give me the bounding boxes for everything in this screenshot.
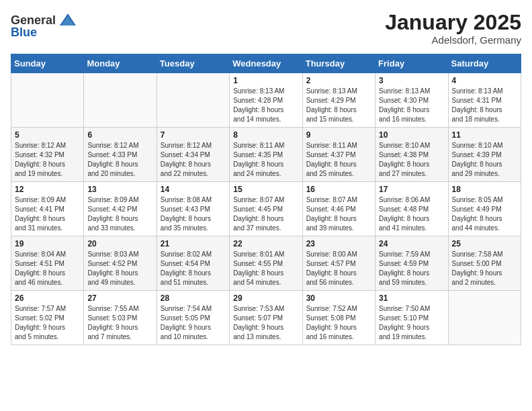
calendar-cell: 1Sunrise: 8:13 AMSunset: 4:28 PMDaylight… [230, 73, 302, 128]
cell-line: and 22 minutes. [161, 170, 208, 177]
cell-line: Sunset: 4:37 PM [306, 151, 356, 158]
cell-line: Daylight: 8 hours [452, 106, 502, 113]
cell-content: Sunrise: 7:54 AMSunset: 5:05 PMDaylight:… [161, 304, 226, 342]
calendar-cell [448, 291, 521, 345]
cell-content: Sunrise: 8:07 AMSunset: 4:46 PMDaylight:… [306, 195, 371, 233]
calendar-cell: 9Sunrise: 8:11 AMSunset: 4:37 PMDaylight… [302, 128, 375, 182]
cell-line: and 25 minutes. [306, 170, 354, 177]
calendar-cell: 23Sunrise: 8:00 AMSunset: 4:57 PMDayligh… [302, 236, 375, 291]
cell-line: and 33 minutes. [87, 224, 135, 232]
calendar-cell: 18Sunrise: 8:05 AMSunset: 4:49 PMDayligh… [448, 182, 521, 236]
logo: General Blue [11, 11, 77, 40]
cell-content: Sunrise: 8:04 AMSunset: 4:51 PMDaylight:… [15, 250, 80, 287]
cell-line: and 20 minutes. [87, 170, 135, 177]
cell-line: Sunrise: 8:02 AM [161, 250, 212, 258]
calendar-cell: 22Sunrise: 8:01 AMSunset: 4:55 PMDayligh… [230, 236, 302, 291]
cell-content: Sunrise: 8:12 AMSunset: 4:33 PMDaylight:… [87, 141, 152, 179]
cell-content: Sunrise: 8:11 AMSunset: 4:35 PMDaylight:… [233, 141, 298, 179]
cell-line: Daylight: 8 hours [15, 269, 65, 277]
cell-line: Sunrise: 8:06 AM [379, 196, 430, 203]
calendar-cell: 12Sunrise: 8:09 AMSunset: 4:41 PMDayligh… [11, 182, 84, 236]
cell-line: Sunset: 5:00 PM [452, 260, 502, 267]
day-number: 29 [233, 293, 298, 303]
day-number: 8 [233, 130, 298, 140]
calendar-cell [157, 73, 229, 128]
cell-content: Sunrise: 8:03 AMSunset: 4:52 PMDaylight:… [87, 250, 152, 287]
cell-line: Sunrise: 7:58 AM [452, 250, 503, 258]
cell-line: Sunset: 4:32 PM [15, 151, 64, 158]
weekday-header: Tuesday [157, 54, 229, 73]
day-number: 15 [233, 185, 298, 194]
cell-line: Sunrise: 8:11 AM [306, 142, 357, 149]
calendar-cell [11, 73, 84, 128]
cell-line: Daylight: 9 hours [306, 324, 357, 331]
cell-line: and 14 minutes. [233, 116, 281, 123]
cell-line: Sunrise: 8:07 AM [233, 196, 284, 203]
calendar-cell: 24Sunrise: 7:59 AMSunset: 4:59 PMDayligh… [375, 236, 448, 291]
cell-line: and 13 minutes. [233, 333, 281, 340]
cell-line: Daylight: 8 hours [452, 161, 502, 168]
cell-line: Daylight: 8 hours [306, 161, 357, 168]
location-title: Adelsdorf, Germany [385, 34, 521, 46]
day-number: 7 [161, 130, 226, 140]
day-number: 5 [15, 130, 80, 140]
logo-text-blue: Blue [11, 26, 37, 40]
day-number: 20 [87, 239, 152, 248]
calendar-cell: 15Sunrise: 8:07 AMSunset: 4:45 PMDayligh… [230, 182, 302, 236]
cell-content: Sunrise: 7:50 AMSunset: 5:10 PMDaylight:… [379, 304, 444, 342]
title-block: January 2025 Adelsdorf, Germany [385, 11, 521, 46]
cell-line: Sunset: 4:57 PM [306, 260, 356, 267]
cell-content: Sunrise: 8:01 AMSunset: 4:55 PMDaylight:… [233, 250, 298, 287]
cell-line: Daylight: 9 hours [161, 324, 211, 331]
calendar-table: SundayMondayTuesdayWednesdayThursdayFrid… [11, 54, 521, 345]
day-number: 24 [379, 239, 444, 248]
calendar-week-row: 5Sunrise: 8:12 AMSunset: 4:32 PMDaylight… [11, 128, 521, 182]
cell-line: Sunrise: 7:59 AM [379, 250, 430, 258]
cell-line: Sunset: 5:02 PM [15, 314, 64, 322]
calendar-cell: 26Sunrise: 7:57 AMSunset: 5:02 PMDayligh… [11, 291, 84, 345]
calendar-cell: 25Sunrise: 7:58 AMSunset: 5:00 PMDayligh… [448, 236, 521, 291]
calendar-cell: 29Sunrise: 7:53 AMSunset: 5:07 PMDayligh… [230, 291, 302, 345]
cell-content: Sunrise: 7:58 AMSunset: 5:00 PMDaylight:… [452, 250, 517, 287]
cell-line: Sunset: 4:48 PM [379, 205, 429, 213]
day-number: 1 [233, 76, 298, 85]
calendar-cell: 30Sunrise: 7:52 AMSunset: 5:08 PMDayligh… [302, 291, 375, 345]
cell-line: Daylight: 8 hours [87, 269, 138, 277]
cell-line: Daylight: 8 hours [452, 215, 502, 222]
calendar-cell: 21Sunrise: 8:02 AMSunset: 4:54 PMDayligh… [157, 236, 229, 291]
cell-line: Sunrise: 8:10 AM [379, 142, 430, 149]
cell-line: and 7 minutes. [87, 333, 132, 340]
calendar-cell: 2Sunrise: 8:13 AMSunset: 4:29 PMDaylight… [302, 73, 375, 128]
cell-line: Daylight: 8 hours [161, 161, 211, 168]
day-number: 4 [452, 76, 517, 85]
cell-line: Sunrise: 7:54 AM [161, 305, 212, 312]
calendar-week-row: 12Sunrise: 8:09 AMSunset: 4:41 PMDayligh… [11, 182, 521, 236]
weekday-header: Thursday [302, 54, 375, 73]
calendar-cell: 31Sunrise: 7:50 AMSunset: 5:10 PMDayligh… [375, 291, 448, 345]
cell-line: Daylight: 8 hours [161, 215, 211, 222]
cell-line: Daylight: 9 hours [233, 324, 283, 331]
cell-line: Sunset: 4:34 PM [161, 151, 210, 158]
day-number: 17 [379, 185, 444, 194]
calendar-cell: 10Sunrise: 8:10 AMSunset: 4:38 PMDayligh… [375, 128, 448, 182]
calendar-cell: 20Sunrise: 8:03 AMSunset: 4:52 PMDayligh… [84, 236, 157, 291]
cell-line: and 56 minutes. [306, 279, 354, 286]
cell-line: Sunset: 5:10 PM [379, 314, 429, 322]
cell-line: and 59 minutes. [379, 279, 427, 286]
calendar-cell: 8Sunrise: 8:11 AMSunset: 4:35 PMDaylight… [230, 128, 302, 182]
cell-line: Sunset: 4:33 PM [87, 151, 137, 158]
cell-line: Sunset: 4:45 PM [233, 205, 283, 213]
cell-line: Sunrise: 7:57 AM [15, 305, 66, 312]
cell-line: Sunset: 4:28 PM [233, 97, 283, 104]
cell-line: Sunset: 4:46 PM [306, 205, 356, 213]
cell-line: and 49 minutes. [87, 279, 135, 286]
day-number: 22 [233, 239, 298, 248]
cell-line: and 54 minutes. [233, 279, 281, 286]
cell-line: and 46 minutes. [15, 279, 62, 286]
calendar-cell: 14Sunrise: 8:08 AMSunset: 4:43 PMDayligh… [157, 182, 229, 236]
day-number: 2 [306, 76, 371, 85]
cell-line: and 27 minutes. [379, 170, 427, 177]
day-number: 11 [452, 130, 517, 140]
calendar-cell: 13Sunrise: 8:09 AMSunset: 4:42 PMDayligh… [84, 182, 157, 236]
cell-line: Daylight: 8 hours [161, 269, 211, 277]
